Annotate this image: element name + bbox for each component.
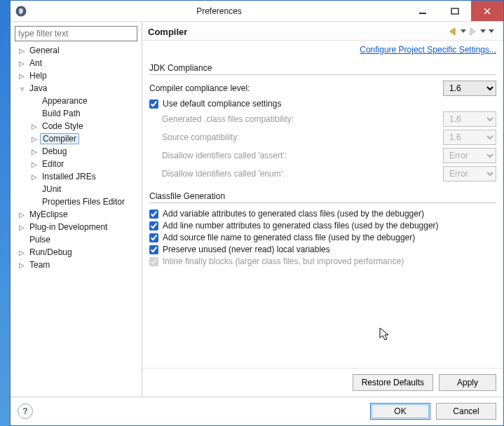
window-title: Preferences	[32, 6, 407, 16]
jdk-row: Disallow identifiers called 'enum':Error	[149, 166, 496, 181]
tree-item-run-debug[interactable]: ▷Run/Debug	[16, 246, 137, 259]
preferences-window: Preferences ▷General▷Ant▷Help▿JavaAppear…	[10, 0, 504, 426]
tree-item-plug-in-development[interactable]: ▷Plug-in Development	[16, 221, 137, 233]
tree-item-help[interactable]: ▷Help	[16, 69, 137, 82]
tree-item-junit[interactable]: JUnit	[16, 183, 137, 195]
cancel-button[interactable]: Cancel	[436, 403, 496, 420]
window-buttons	[407, 1, 503, 21]
classfile-checkbox-1[interactable]: Add line number attributes to generated …	[149, 221, 496, 231]
close-button[interactable]	[471, 1, 503, 21]
project-settings-link[interactable]: Configure Project Specific Settings...	[360, 45, 496, 55]
jdk-select-3[interactable]: Error	[443, 166, 496, 181]
jdk-heading: JDK Compliance	[149, 63, 496, 73]
back-icon[interactable]	[447, 26, 460, 37]
classfile-checkbox-3[interactable]: Preserve unused (never read) local varia…	[149, 245, 496, 254]
compliance-level-label: Compiler compliance level:	[149, 83, 443, 93]
classfile-checkbox-0[interactable]: Add variable attributes to generated cla…	[149, 209, 496, 219]
tree-item-editor[interactable]: ▷Editor	[16, 158, 137, 170]
tree-item-team[interactable]: ▷Team	[16, 259, 137, 271]
restore-defaults-button[interactable]: Restore Defaults	[353, 374, 433, 391]
tree-item-debug[interactable]: ▷Debug	[16, 145, 137, 158]
sidebar: ▷General▷Ant▷Help▿JavaAppearanceBuild Pa…	[11, 22, 142, 397]
apply-button[interactable]: Apply	[439, 374, 496, 391]
jdk-select-1[interactable]: 1.6	[443, 130, 496, 145]
view-menu-icon[interactable]	[486, 26, 496, 37]
tree-item-pulse[interactable]: Pulse	[16, 233, 137, 246]
page-content: JDK Compliance Compiler compliance level…	[142, 57, 503, 368]
tree-item-myeclipse[interactable]: ▷MyEclipse	[16, 208, 137, 221]
page-header: Compiler	[142, 22, 503, 41]
dialog-footer: ? OK Cancel	[11, 397, 503, 425]
page-title: Compiler	[148, 27, 447, 37]
tree-item-build-path[interactable]: Build Path	[16, 107, 137, 120]
maximize-button[interactable]	[439, 1, 471, 21]
classfile-checkbox-2[interactable]: Add source file name to generated class …	[149, 233, 496, 242]
tree-item-installed-jres[interactable]: ▷Installed JREs	[16, 170, 137, 183]
forward-icon[interactable]	[467, 26, 479, 37]
back-menu-icon[interactable]	[460, 26, 467, 37]
app-icon	[11, 1, 32, 22]
tree-item-properties-files-editor[interactable]: Properties Files Editor	[16, 195, 137, 208]
page-button-row: Restore Defaults Apply	[142, 368, 503, 397]
classfile-checkbox-4: Inline finally blocks (larger class file…	[149, 256, 496, 266]
jdk-select-2[interactable]: Error	[443, 148, 496, 163]
minimize-button[interactable]	[407, 1, 439, 21]
forward-menu-icon[interactable]	[479, 26, 486, 37]
titlebar: Preferences	[11, 1, 503, 22]
tree-item-general[interactable]: ▷General	[16, 44, 137, 57]
use-default-checkbox[interactable]: Use default compliance settings	[149, 99, 496, 109]
tree-item-code-style[interactable]: ▷Code Style	[16, 120, 137, 132]
classfile-heading: Classfile Generation	[149, 191, 496, 201]
tree-item-java[interactable]: ▿Java	[16, 82, 137, 95]
tree-item-ant[interactable]: ▷Ant	[16, 57, 137, 69]
jdk-row: Generated .class files compatibility:1.6	[149, 111, 496, 127]
preferences-tree[interactable]: ▷General▷Ant▷Help▿JavaAppearanceBuild Pa…	[15, 44, 137, 392]
jdk-row: Source compatibility:1.6	[149, 130, 496, 145]
jdk-row: Disallow identifiers called 'assert':Err…	[149, 148, 496, 163]
help-button[interactable]: ?	[18, 404, 33, 419]
compliance-level-select[interactable]: 1.6	[443, 81, 496, 96]
filter-input[interactable]	[15, 26, 137, 41]
main-panel: Compiler Configure Project Specific Sett…	[142, 22, 503, 397]
ok-button[interactable]: OK	[370, 403, 430, 420]
jdk-select-0[interactable]: 1.6	[443, 111, 496, 127]
svg-rect-2	[451, 8, 458, 14]
tree-item-appearance[interactable]: Appearance	[16, 95, 137, 107]
tree-item-compiler[interactable]: ▷Compiler	[16, 132, 137, 145]
